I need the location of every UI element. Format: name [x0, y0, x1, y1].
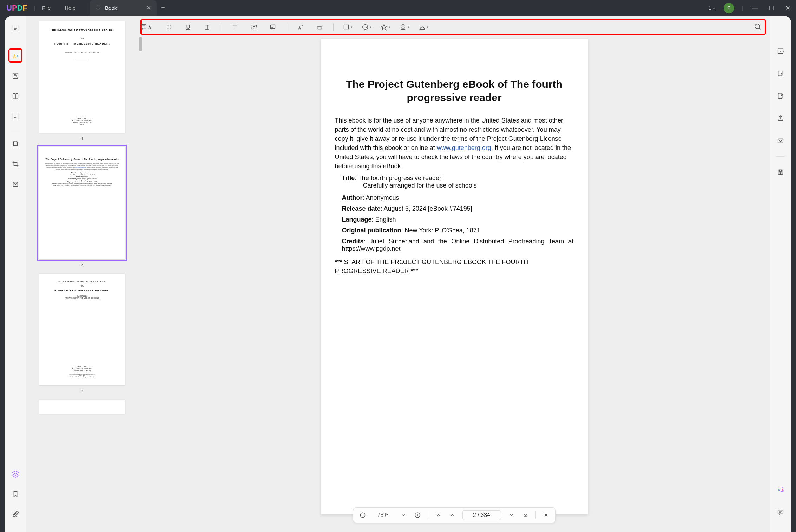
reader-mode-button[interactable]: [8, 21, 22, 35]
new-tab-button[interactable]: +: [161, 4, 165, 12]
svg-rect-5: [16, 94, 18, 99]
close-pagebar-button[interactable]: [542, 511, 550, 519]
svg-rect-13: [271, 25, 275, 29]
document-viewport[interactable]: The Project Gutenberg eBook of The fourt…: [138, 37, 770, 532]
zoom-out-button[interactable]: [359, 511, 367, 519]
open-doc-count[interactable]: 1⌄: [709, 5, 716, 11]
search-button[interactable]: [751, 20, 764, 33]
rectangle-tool[interactable]: ▾: [342, 22, 353, 32]
comment-panel-toggle[interactable]: [137, 20, 150, 33]
layers-button[interactable]: [8, 467, 22, 481]
last-page-button[interactable]: [521, 511, 529, 519]
field-title: Title: The fourth progressive reader: [342, 175, 574, 182]
rail-separator: [11, 130, 20, 130]
thumbnail-panel[interactable]: THE ILLUSTRATED PROGRESSIVE SERIES. THE …: [26, 16, 138, 532]
pagebar-separator: [428, 511, 428, 519]
crop-button[interactable]: [8, 157, 22, 171]
svg-point-0: [96, 5, 100, 9]
doc-title: The Project Gutenberg eBook of The fourt…: [335, 78, 574, 104]
field-original-pub: Original publication: New York: P. O'She…: [342, 227, 574, 234]
textbox-tool[interactable]: [249, 22, 259, 32]
pin-tool[interactable]: ▾: [380, 22, 390, 32]
chat-button[interactable]: [774, 505, 788, 519]
thumbnail-4[interactable]: [39, 400, 125, 414]
scrollbar-indicator[interactable]: [139, 37, 142, 51]
rail-separator: [11, 42, 20, 42]
thumbnail-number: 2: [39, 262, 125, 267]
first-page-button[interactable]: [434, 511, 442, 519]
svg-rect-6: [13, 114, 18, 119]
strikethrough-tool[interactable]: [164, 22, 175, 32]
stamp-tool[interactable]: ▾: [399, 22, 409, 32]
field-author: Author: Anonymous: [342, 194, 574, 202]
chevron-down-icon: ▾: [370, 25, 371, 29]
share-button[interactable]: [774, 111, 788, 125]
tab-close-icon[interactable]: ✕: [146, 5, 151, 11]
email-button[interactable]: [774, 134, 788, 148]
svg-point-17: [402, 25, 404, 27]
start-marker: *** START OF THE PROJECT GUTENBERG EBOOK…: [335, 257, 574, 276]
zoom-dropdown[interactable]: [400, 511, 407, 519]
page-control-bar: 78% 2 / 334: [353, 507, 556, 523]
zoom-level[interactable]: 78%: [373, 512, 393, 518]
save-button[interactable]: [774, 165, 788, 179]
squiggly-tool[interactable]: [202, 22, 212, 32]
field-subtitle: Carefully arranged for the use of school…: [363, 182, 574, 189]
annotation-toolbar: ▾ ▾ ▾ ▾ ▾: [140, 19, 766, 35]
field-release: Release date: August 5, 2024 [eBook #741…: [342, 205, 574, 212]
attachment-button[interactable]: [8, 507, 22, 521]
thumbnail-number: 1: [39, 136, 125, 141]
shape-tool[interactable]: ▾: [361, 22, 371, 32]
note-tool[interactable]: [268, 22, 278, 32]
svg-rect-10: [141, 25, 146, 28]
signature-tool[interactable]: ▾: [418, 22, 428, 32]
menu-file[interactable]: File: [42, 5, 51, 11]
doc-intro: This ebook is for the use of anyone anyw…: [335, 116, 574, 171]
protect-button[interactable]: [774, 89, 788, 103]
thumbnail-2[interactable]: The Project Gutenberg eBook of The fourt…: [39, 147, 125, 267]
svg-rect-15: [344, 25, 348, 29]
ocr-button[interactable]: OCR: [774, 44, 788, 58]
main-viewer: ▾ ▾ ▾ ▾ ▾ The Project Gutenberg eBook of…: [138, 16, 770, 532]
eraser-tool[interactable]: [314, 22, 325, 32]
convert-button[interactable]: [774, 66, 788, 80]
logo: UPDF: [6, 4, 27, 13]
page-content: The Project Gutenberg eBook of The fourt…: [321, 39, 588, 514]
window-close[interactable]: ✕: [783, 4, 792, 12]
fill-sign-button[interactable]: [8, 110, 22, 124]
batch-button[interactable]: [8, 137, 22, 151]
thumbnail-1[interactable]: THE ILLUSTRATED PROGRESSIVE SERIES. THE …: [39, 21, 125, 141]
next-page-button[interactable]: [507, 511, 515, 519]
page-number-box[interactable]: 2 / 334: [462, 510, 501, 520]
thumbnail-3[interactable]: THE ILLUSTRATED PROGRESSIVE SERIES. THE …: [39, 274, 125, 393]
svg-rect-28: [779, 170, 782, 172]
text-tool[interactable]: [230, 22, 240, 32]
zoom-in-button[interactable]: [414, 511, 421, 519]
toolbar-separator: [333, 23, 334, 31]
bookmark-button[interactable]: [8, 487, 22, 501]
ai-assistant-button[interactable]: [774, 483, 788, 497]
svg-rect-30: [778, 510, 783, 514]
menu-help[interactable]: Help: [65, 5, 75, 11]
pencil-tool[interactable]: [295, 22, 306, 32]
window-minimize[interactable]: —: [751, 4, 759, 12]
tools-button[interactable]: [8, 177, 22, 191]
svg-text:OCR: OCR: [779, 50, 784, 53]
underline-tool[interactable]: [183, 22, 193, 32]
chevron-down-icon: ⌄: [713, 6, 716, 10]
comment-mode-button[interactable]: [8, 48, 22, 63]
window-maximize[interactable]: ☐: [767, 4, 776, 12]
field-language: Language: English: [342, 216, 574, 223]
thumbnail-number: 3: [39, 388, 125, 393]
pagebar-separator: [535, 511, 536, 519]
edit-mode-button[interactable]: [8, 69, 22, 83]
user-avatar[interactable]: C: [724, 3, 734, 13]
svg-rect-4: [13, 94, 15, 99]
document-tab[interactable]: Book ✕: [90, 0, 157, 16]
svg-point-18: [755, 24, 760, 29]
prev-page-button[interactable]: [448, 511, 456, 519]
organize-pages-button[interactable]: [8, 89, 22, 103]
gutenberg-link[interactable]: www.gutenberg.org: [437, 144, 491, 151]
right-rail: OCR: [770, 16, 791, 532]
field-credits: Credits: Juliet Sutherland and the Onlin…: [342, 238, 574, 252]
